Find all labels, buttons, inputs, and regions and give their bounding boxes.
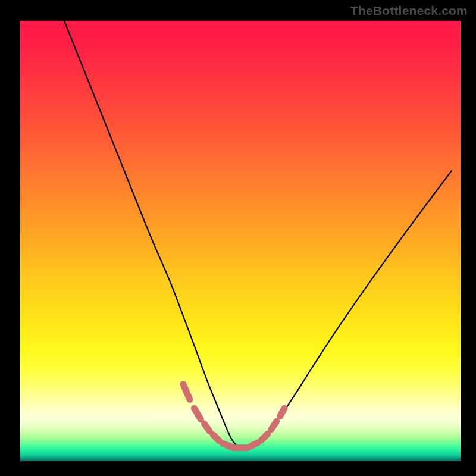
- bottleneck-curve: [64, 21, 452, 448]
- highlight-markers: [183, 384, 284, 448]
- highlight-segment: [183, 384, 190, 400]
- plot-area: [20, 21, 461, 461]
- highlight-segment: [223, 443, 231, 447]
- chart-frame: TheBottleneck.com: [0, 0, 476, 476]
- highlight-segment: [249, 443, 258, 447]
- highlight-segment: [280, 408, 284, 416]
- watermark-text: TheBottleneck.com: [350, 4, 468, 18]
- highlight-segment: [262, 434, 268, 440]
- highlight-segment: [204, 424, 209, 431]
- highlight-segment: [194, 408, 201, 419]
- highlight-segment: [213, 435, 219, 441]
- curve-layer: [20, 21, 461, 461]
- highlight-segment: [271, 421, 277, 429]
